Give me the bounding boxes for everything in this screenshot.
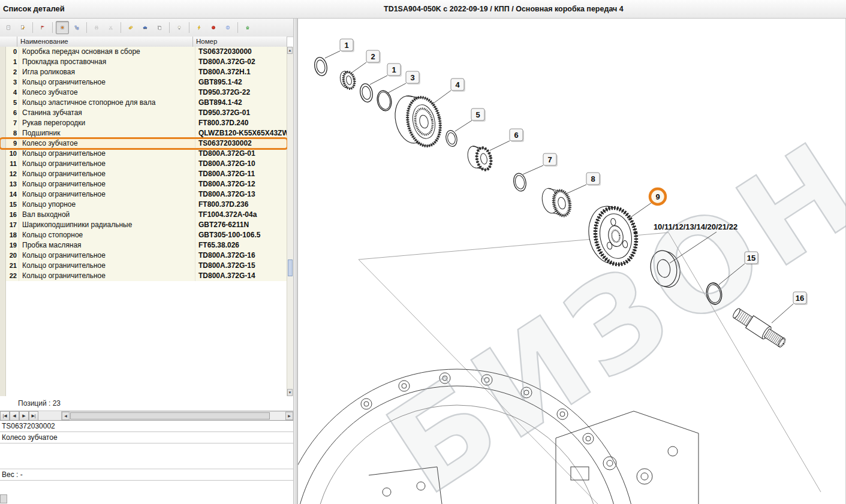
table-row[interactable]: 2 Игла роликовая TD800A.372H.1	[0, 67, 287, 77]
table-row[interactable]: 14 Кольцо ограничительное TD800A.372G-13	[0, 189, 287, 200]
grid-toggle-button[interactable]	[56, 21, 69, 34]
row-gutter	[0, 47, 6, 57]
row-gutter	[0, 251, 6, 261]
info-button[interactable]	[221, 21, 234, 34]
prev-record-button[interactable]: ◀	[10, 411, 19, 421]
flag-button[interactable]	[36, 21, 49, 34]
lightning-button[interactable]	[192, 21, 206, 34]
table-vertical-scrollbar[interactable]: ▲ ▼	[287, 47, 293, 396]
row-name: Кольцо эластичное стопорное для вала	[19, 98, 195, 108]
row-name: Подшипник	[19, 128, 195, 138]
window-header: Список деталей TD1SA904-050K с 2022-09-1…	[0, 0, 846, 19]
row-gutter	[0, 169, 6, 179]
car-button[interactable]	[139, 21, 152, 34]
row-number: GBT305-100-106.5	[195, 230, 287, 240]
row-gutter	[0, 261, 6, 271]
table-row[interactable]: 5 Кольцо эластичное стопорное для вала G…	[0, 98, 287, 108]
svg-text:10/11/12/13/14/20/21/22: 10/11/12/13/14/20/21/22	[654, 222, 737, 231]
table-row[interactable]: 0 Коробка передач основная в сборе TS063…	[0, 47, 287, 57]
table-row[interactable]: 10 Кольцо ограничительное TD800A.372G-01	[0, 149, 287, 159]
row-gutter	[0, 128, 6, 138]
callout-group-10-22[interactable]: 10/11/12/13/14/20/21/22	[654, 222, 737, 231]
table-horizontal-scrollbar[interactable]: ◀ ▶	[61, 411, 293, 421]
table-row[interactable]: 1 Прокладка проставочная TD800A.372G-02	[0, 57, 287, 67]
svg-text:16: 16	[796, 294, 804, 303]
detail-scroll-corner[interactable]	[0, 494, 7, 503]
scroll-left-icon[interactable]: ◀	[62, 412, 70, 420]
row-pos: 6	[6, 108, 19, 118]
bulb-button[interactable]	[173, 21, 186, 34]
row-pos: 11	[6, 159, 19, 169]
export-button[interactable]	[241, 21, 254, 34]
table-row[interactable]: 7 Рукав перегородки FT800.37D.240	[0, 118, 287, 128]
coins-button[interactable]	[124, 21, 137, 34]
row-pos: 17	[6, 220, 19, 230]
callout-1b[interactable]: 1	[387, 64, 402, 77]
document-icon	[6, 23, 11, 32]
table-row[interactable]: 16 Вал выходной TF1004.372A-04a	[0, 210, 287, 220]
column-header-number[interactable]: Номер	[193, 37, 287, 47]
row-number: QLWZB120-K55X65X43ZW	[195, 128, 287, 138]
row-number: TD800A.372G-02	[195, 57, 287, 67]
svg-text:4: 4	[455, 80, 460, 89]
row-name: Кольцо ограничительное	[19, 77, 195, 87]
callout-8[interactable]: 8	[586, 173, 601, 186]
table-row[interactable]: 20 Кольцо ограничительное TD800A.372G-16	[0, 251, 287, 261]
first-record-button[interactable]: |◀	[0, 411, 10, 421]
table-row[interactable]: 8 Подшипник QLWZB120-K55X65X43ZW	[0, 128, 287, 138]
sphere-button[interactable]	[207, 21, 220, 34]
panel-splitter[interactable]	[293, 19, 298, 504]
hierarchy-button[interactable]	[70, 21, 83, 34]
last-record-button[interactable]: ▶|	[29, 411, 38, 421]
copy-button[interactable]	[153, 21, 166, 34]
table-row[interactable]: 3 Кольцо ограничительное GBT895.1-42	[0, 77, 287, 87]
callout-15[interactable]: 15	[745, 252, 759, 265]
callout-2[interactable]: 2	[366, 50, 381, 64]
car-icon	[143, 23, 147, 32]
callout-7[interactable]: 7	[543, 153, 558, 167]
row-number: TD800A.372G-12	[195, 179, 287, 189]
row-gutter	[0, 220, 6, 230]
detail-weight: Вес : -	[0, 469, 293, 481]
table-row[interactable]: 22 Кольцо ограничительное TD800A.372G-14	[0, 271, 287, 281]
scroll-down-icon[interactable]: ▼	[287, 389, 293, 396]
document-button[interactable]	[2, 21, 15, 34]
next-record-button[interactable]: ▶	[19, 411, 29, 421]
column-header-name[interactable]: Наименование	[17, 37, 193, 47]
table-row[interactable]: 17 Шарикоподшипники радиальные GBT276-62…	[0, 220, 287, 230]
table-row[interactable]: 13 Кольцо ограничительное TD800A.372G-12	[0, 179, 287, 189]
row-name: Пробка масляная	[19, 240, 195, 251]
table-row[interactable]: 19 Пробка масляная FT65.38.026	[0, 240, 287, 251]
callout-4[interactable]: 4	[451, 79, 465, 92]
table-row[interactable]: 15 Кольцо упорное FT800.37D.236	[0, 200, 287, 210]
print-button[interactable]	[90, 21, 103, 34]
callout-9-highlighted[interactable]: 9	[650, 189, 666, 204]
scroll-up-icon[interactable]: ▲	[287, 47, 293, 54]
table-row[interactable]: 9 Колесо зубчатое TS06372030002	[0, 138, 287, 149]
info-icon	[225, 23, 230, 32]
column-header-blank[interactable]	[0, 37, 17, 47]
table-row[interactable]: 11 Кольцо ограничительное TD800A.372G-10	[0, 159, 287, 169]
horizontal-scroll-thumb[interactable]	[70, 412, 270, 420]
row-gutter	[0, 57, 6, 67]
scroll-right-icon[interactable]: ▶	[285, 412, 293, 420]
table-row[interactable]: 12 Кольцо ограничительное TD800A.372G-11	[0, 169, 287, 179]
vertical-scroll-thumb[interactable]	[288, 259, 293, 276]
callout-16[interactable]: 16	[793, 292, 808, 305]
row-pos: 3	[6, 77, 19, 87]
row-name: Кольцо ограничительное	[19, 149, 195, 159]
horizontal-scroll-track[interactable]	[70, 412, 285, 420]
table-row[interactable]: 21 Кольцо ограничительное TD800A.372G-15	[0, 261, 287, 271]
callout-6[interactable]: 6	[510, 129, 524, 142]
part-bearing-6	[466, 143, 493, 173]
edit-button[interactable]	[16, 21, 29, 34]
cut-button[interactable]	[104, 21, 118, 34]
row-number: TF1004.372A-04a	[195, 210, 287, 220]
table-row[interactable]: 6 Станина зубчатая TD950.372G-01	[0, 108, 287, 118]
parts-list-panel: Наименование Номер 0 Коробка передач осн…	[0, 19, 293, 504]
callout-1a[interactable]: 1	[340, 39, 354, 52]
callout-5[interactable]: 5	[471, 108, 486, 122]
callout-3[interactable]: 3	[406, 71, 420, 84]
table-row[interactable]: 4 Колесо зубчатое TD950.372G-22	[0, 87, 287, 98]
table-row[interactable]: 18 Кольцо стопорное GBT305-100-106.5	[0, 230, 287, 240]
